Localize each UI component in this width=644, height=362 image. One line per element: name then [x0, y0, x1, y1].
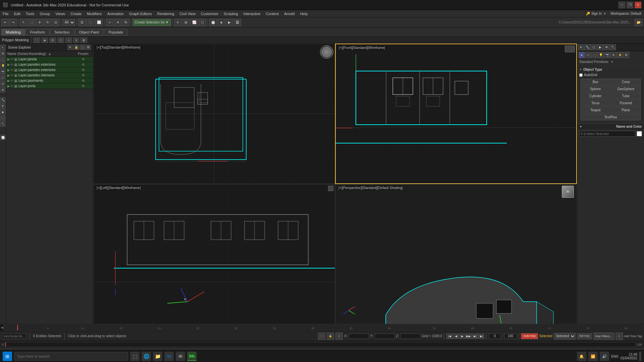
redo-button[interactable]: ↪: [9, 19, 17, 26]
obj-torus[interactable]: Torus: [581, 100, 610, 106]
expand-icon[interactable]: ▶: [7, 58, 10, 61]
menu-civil-view[interactable]: Civil View: [177, 11, 198, 16]
name-color-arrow[interactable]: ▼: [579, 125, 582, 128]
next-frame-btn[interactable]: ▶|: [472, 334, 478, 339]
lt-helper[interactable]: ✛: [0, 81, 6, 86]
network-icon[interactable]: 📶: [588, 352, 598, 361]
rp-camera-icon[interactable]: 📷: [604, 52, 610, 58]
menu-help[interactable]: Help: [298, 11, 311, 16]
vp-top-label[interactable]: [+][Top][Standard][Wireframe]: [96, 45, 142, 50]
menu-animation[interactable]: Animation: [105, 11, 126, 16]
scene-options-btn[interactable]: ⬛: [79, 45, 85, 50]
angle-snap-button[interactable]: ∢: [114, 19, 121, 26]
goto-end-btn[interactable]: ▶|: [478, 334, 484, 339]
tab-freeform[interactable]: Freeform: [26, 29, 50, 36]
eye-icon[interactable]: 👁: [10, 74, 14, 77]
expand-icon[interactable]: ▶: [7, 79, 10, 82]
col-freeze-header[interactable]: Frozen: [75, 52, 92, 56]
select-object-button[interactable]: ↖: [20, 19, 27, 26]
rp-tab-create[interactable]: ✛: [578, 44, 584, 50]
lt-hierarchy[interactable]: ⬆: [0, 103, 6, 109]
frame-input[interactable]: [489, 334, 501, 339]
obj-tube[interactable]: Tube: [611, 93, 641, 99]
tab-selection[interactable]: Selection: [50, 29, 74, 36]
move-button[interactable]: ✛: [36, 19, 43, 26]
rp-tab-hierarchy[interactable]: ⬡: [591, 44, 597, 50]
timeline-collapse[interactable]: ◀: [0, 324, 4, 331]
key-filters-btn[interactable]: Key Filters...: [593, 333, 614, 340]
vp-point-btn[interactable]: ⊹: [335, 333, 343, 340]
lt-display[interactable]: 👁: [0, 51, 6, 56]
eye-icon[interactable]: 👁: [10, 79, 14, 82]
sub-btn2[interactable]: ◈: [42, 38, 48, 43]
notifications-icon[interactable]: 🔔: [577, 352, 586, 361]
rotate-button[interactable]: ↻: [44, 19, 51, 26]
layer-pavimento[interactable]: ▶ 👁 ⬤ Layer:pavimento ❄: [6, 78, 93, 83]
rp-tab-modify[interactable]: 🔧: [584, 44, 590, 50]
layer-janela[interactable]: ▶ 👁 ⬤ Layer:janela ❄: [6, 57, 93, 62]
obj-textplus[interactable]: TextPlus: [581, 114, 641, 120]
expand-icon[interactable]: ▶: [7, 63, 10, 66]
tab-modeling[interactable]: Modeling: [1, 29, 25, 36]
menu-views[interactable]: Views: [53, 11, 68, 16]
layer-paredes-int[interactable]: ▶ 👁 ⬤ Layer:paredes interiores ❄: [6, 73, 93, 78]
lt-geo[interactable]: ⬡: [0, 75, 6, 80]
goto-start-btn[interactable]: |◀: [446, 334, 452, 339]
scene-lock-btn[interactable]: 🔒: [73, 45, 79, 50]
reference-coord-dropdown[interactable]: All: [62, 19, 75, 26]
vp-lock-btn[interactable]: 🔒: [327, 333, 334, 340]
rp-geo-icon[interactable]: ⬡: [585, 52, 591, 58]
viewport-front[interactable]: [+][Front][Standard][Wireframe]: [335, 44, 577, 184]
menu-create[interactable]: Create: [68, 11, 84, 16]
rp-sphere-icon[interactable]: ●: [579, 52, 585, 58]
rp-system-icon[interactable]: ⚙: [623, 52, 629, 58]
obj-teapot[interactable]: Teapot: [581, 107, 610, 113]
taskbar-search[interactable]: [14, 352, 128, 361]
lt-shape[interactable]: ⬚: [0, 57, 6, 62]
vp-top-controls[interactable]: [320, 45, 333, 59]
scene-filters-btn[interactable]: ⚙: [86, 45, 91, 50]
minimize-button[interactable]: ─: [619, 2, 625, 8]
timeline-track[interactable]: 0 5 10 15 20 25 30 35 40 45 50 55 60 65 …: [4, 324, 644, 331]
mat-editor-button[interactable]: ⬤: [209, 19, 217, 26]
expand-icon[interactable]: ▶: [7, 68, 10, 72]
menu-scripting[interactable]: Scripting: [221, 11, 241, 16]
object-type-header[interactable]: Object Type: [579, 67, 642, 72]
render-button[interactable]: ▶: [226, 19, 233, 26]
frame-max-input[interactable]: [504, 334, 517, 339]
x-coord-input[interactable]: [349, 334, 369, 339]
layer-paredes-ext2[interactable]: ▶ 👁 ⬤ Layer:paredes exteriores ❄: [6, 67, 93, 73]
frame-slider[interactable]: [5, 342, 636, 347]
eye-icon[interactable]: 👁: [10, 84, 14, 88]
menu-interactive[interactable]: Interactive: [241, 11, 263, 16]
rp-shape-icon[interactable]: ⬚: [591, 52, 597, 58]
eye-icon[interactable]: 👁: [10, 63, 14, 66]
obj-pyramid[interactable]: Pyramid: [611, 100, 641, 106]
selected-dropdown[interactable]: Selected: [554, 333, 576, 340]
schematic-button[interactable]: ⬡: [199, 19, 206, 26]
start-button[interactable]: ⊞: [3, 352, 12, 361]
taskbar-task-view[interactable]: ⬚: [130, 352, 140, 361]
lt-motion[interactable]: ▶: [0, 109, 6, 115]
volume-icon[interactable]: 🔊: [600, 352, 609, 361]
tab-populate[interactable]: Populate: [104, 29, 127, 36]
timeline-current[interactable]: [17, 325, 18, 330]
vp-front-label[interactable]: [+][Front][Standard][Wireframe]: [338, 46, 386, 50]
menu-edit[interactable]: Edit: [11, 11, 23, 16]
menu-content[interactable]: Content: [263, 11, 281, 16]
viewport-perspective[interactable]: [+][Perspective][Standard][Default Shadi…: [335, 184, 577, 324]
obj-plane[interactable]: Plane: [611, 107, 641, 113]
menu-modifiers[interactable]: Modifiers: [84, 11, 105, 16]
play-all-btn[interactable]: ▶▶: [466, 334, 472, 339]
menu-group[interactable]: Group: [37, 11, 53, 16]
lt-system[interactable]: ⚙: [0, 87, 6, 93]
restore-button[interactable]: ❐: [627, 2, 633, 8]
maxscript-mini[interactable]: MAXScript Mi...: [2, 334, 26, 339]
taskbar-mail[interactable]: ✉: [176, 352, 185, 361]
menu-rendering[interactable]: Rendering: [155, 11, 177, 16]
obj-geosphere[interactable]: GeoSphere: [611, 86, 641, 92]
rp-helper-icon[interactable]: ✛: [610, 52, 616, 58]
vp-persp-label[interactable]: [+][Perspective][Standard][Default Shadi…: [337, 186, 404, 190]
menu-graph-editors[interactable]: Graph Editors: [126, 11, 155, 16]
entities-input[interactable]: [579, 131, 635, 137]
